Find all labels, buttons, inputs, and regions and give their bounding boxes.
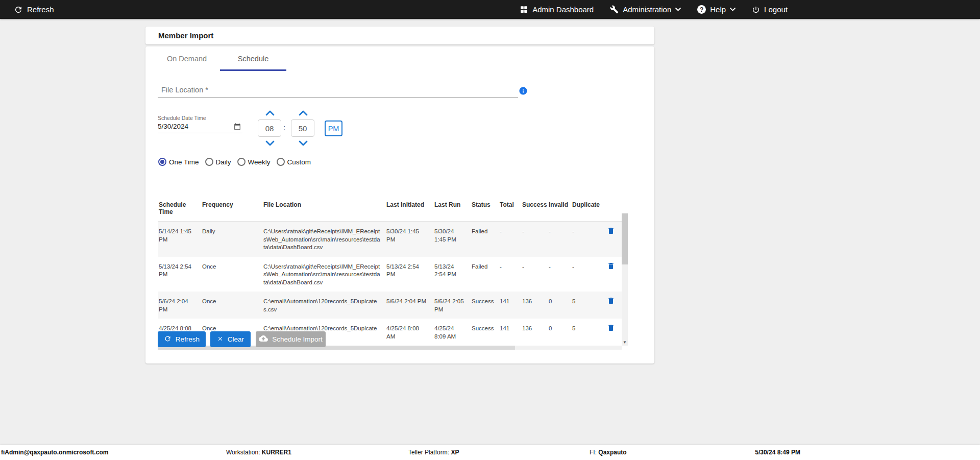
member-import-panel: On Demand Schedule File Location * Sched… bbox=[145, 46, 654, 364]
minute-input[interactable]: 50 bbox=[291, 119, 314, 137]
delete-schedule-button[interactable] bbox=[607, 297, 615, 306]
nav-help[interactable]: Help bbox=[697, 5, 736, 14]
chevron-down-icon bbox=[730, 8, 736, 11]
schedule-datetime-label: Schedule Date Time bbox=[158, 115, 206, 121]
minute-increment-button[interactable] bbox=[299, 109, 308, 115]
minute-value: 50 bbox=[299, 124, 307, 133]
radio-one-time[interactable]: One Time bbox=[158, 158, 199, 166]
radio-daily-circle bbox=[205, 158, 213, 166]
radio-one-time-circle bbox=[158, 158, 166, 166]
status-badge: Failed bbox=[471, 257, 499, 276]
info-icon[interactable] bbox=[519, 86, 528, 98]
scrollbar-down-arrow[interactable]: ▼ bbox=[622, 339, 628, 346]
nav-admin-dashboard[interactable]: Admin Dashboard bbox=[520, 5, 594, 14]
table-row: 5/13/24 2:54 PM Once C:\Users\ratnak\git… bbox=[158, 257, 622, 292]
refresh-icon bbox=[164, 335, 172, 344]
calendar-icon[interactable] bbox=[234, 123, 241, 132]
table-row: 5/6/24 2:04 PM Once C:\email\Automation\… bbox=[158, 292, 622, 319]
active-tab-indicator bbox=[220, 69, 286, 71]
hour-input[interactable]: 08 bbox=[258, 119, 281, 137]
hour-decrement-button[interactable] bbox=[265, 139, 275, 146]
chevron-down-icon bbox=[675, 8, 681, 11]
col-success: Success bbox=[521, 197, 548, 214]
col-last-run: Last Run bbox=[433, 197, 471, 214]
workstation-info: Workstation: KURRER1 bbox=[226, 445, 291, 460]
schedule-import-button[interactable]: Schedule Import bbox=[256, 331, 326, 347]
table-row: 5/14/24 1:45 PM Daily C:\Users\ratnak\gi… bbox=[158, 222, 622, 257]
status-bar: fiAdmin@qaxpauto.onmicrosoft.com Worksta… bbox=[0, 445, 980, 460]
minute-decrement-button[interactable] bbox=[299, 139, 308, 146]
col-actions bbox=[603, 197, 619, 202]
time-colon: : bbox=[283, 123, 285, 132]
cloud-upload-icon bbox=[259, 334, 268, 345]
radio-one-time-label: One Time bbox=[169, 158, 199, 166]
file-location-placeholder: File Location * bbox=[161, 86, 208, 94]
col-total: Total bbox=[499, 197, 521, 214]
radio-daily[interactable]: Daily bbox=[205, 158, 231, 166]
page-title: Member Import bbox=[158, 31, 213, 40]
status-badge: Success bbox=[471, 292, 499, 311]
table-header-row: Schedule Time Frequency File Location La… bbox=[158, 197, 622, 222]
col-file-location: File Location bbox=[262, 197, 385, 214]
nav-administration[interactable]: Administration bbox=[610, 5, 681, 14]
tab-bar: On Demand Schedule bbox=[154, 46, 286, 71]
page-title-card: Member Import bbox=[145, 27, 654, 44]
clear-button[interactable]: Clear bbox=[210, 331, 251, 347]
tab-schedule[interactable]: Schedule bbox=[220, 46, 286, 71]
refresh-icon bbox=[14, 5, 23, 14]
col-duplicate: Duplicate bbox=[571, 197, 603, 214]
meridiem-toggle-button[interactable]: PM bbox=[325, 120, 342, 136]
radio-weekly[interactable]: Weekly bbox=[237, 158, 271, 166]
vertical-scrollbar-thumb[interactable] bbox=[622, 213, 628, 264]
radio-daily-label: Daily bbox=[216, 158, 231, 166]
col-last-initiated: Last Initiated bbox=[385, 197, 433, 214]
power-icon bbox=[752, 6, 760, 14]
col-frequency: Frequency bbox=[201, 197, 262, 214]
nav-logout[interactable]: Logout bbox=[752, 5, 788, 14]
clear-button-label: Clear bbox=[228, 335, 244, 343]
radio-weekly-label: Weekly bbox=[248, 158, 271, 166]
schedule-date-input[interactable]: 5/30/2024 bbox=[158, 122, 242, 133]
nav-administration-label: Administration bbox=[623, 5, 671, 14]
nav-refresh[interactable]: Refresh bbox=[14, 5, 54, 14]
schedule-date-value: 5/30/2024 bbox=[158, 123, 188, 130]
status-datetime: 5/30/24 8:49 PM bbox=[715, 445, 800, 460]
radio-custom-circle bbox=[277, 158, 285, 166]
fi-info: FI: Qaxpauto bbox=[590, 445, 627, 460]
col-invalid: Invalid bbox=[548, 197, 571, 214]
dashboard-grid-icon bbox=[520, 5, 528, 14]
radio-custom-label: Custom bbox=[287, 158, 311, 166]
delete-schedule-button[interactable] bbox=[607, 227, 615, 236]
hour-increment-button[interactable] bbox=[265, 109, 275, 115]
nav-refresh-label: Refresh bbox=[27, 5, 54, 14]
schedule-table: Schedule Time Frequency File Location La… bbox=[158, 197, 628, 350]
table-body: 5/14/24 1:45 PM Daily C:\Users\ratnak\gi… bbox=[158, 222, 628, 346]
logged-in-user: fiAdmin@qaxpauto.onmicrosoft.com bbox=[1, 445, 108, 460]
status-badge: Failed bbox=[471, 222, 499, 241]
hour-value: 08 bbox=[265, 124, 274, 133]
refresh-button[interactable]: Refresh bbox=[158, 331, 206, 347]
close-icon bbox=[217, 335, 224, 344]
radio-weekly-circle bbox=[237, 158, 246, 166]
schedule-import-button-label: Schedule Import bbox=[272, 335, 322, 343]
delete-schedule-button[interactable] bbox=[607, 262, 615, 272]
help-question-icon bbox=[697, 5, 706, 14]
tab-on-demand[interactable]: On Demand bbox=[154, 46, 220, 71]
col-schedule-time: Schedule Time bbox=[158, 197, 201, 221]
frequency-radio-group: One Time Daily Weekly Custom bbox=[158, 156, 317, 167]
status-badge: Success bbox=[471, 319, 499, 338]
wrench-icon bbox=[610, 5, 619, 14]
top-navigation-bar: Refresh Admin Dashboard Administration H… bbox=[0, 0, 980, 19]
nav-admin-dashboard-label: Admin Dashboard bbox=[532, 5, 594, 14]
col-status: Status bbox=[471, 197, 499, 214]
teller-platform-info: Teller Platform: XP bbox=[408, 445, 459, 460]
nav-help-label: Help bbox=[710, 5, 726, 14]
nav-logout-label: Logout bbox=[764, 5, 788, 14]
file-location-input[interactable]: File Location * bbox=[158, 82, 518, 98]
refresh-button-label: Refresh bbox=[176, 335, 200, 343]
delete-schedule-button[interactable] bbox=[607, 324, 615, 333]
vertical-scrollbar[interactable]: ▼ bbox=[622, 213, 628, 346]
radio-custom[interactable]: Custom bbox=[277, 158, 311, 166]
